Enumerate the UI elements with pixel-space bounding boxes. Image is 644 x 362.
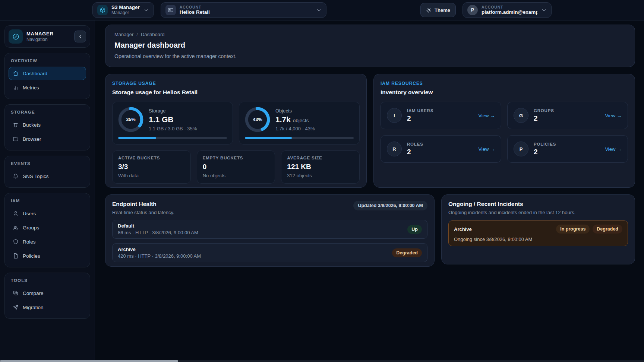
storage-percent: 35% xyxy=(118,107,143,132)
sidebar-group-label: OVERVIEW xyxy=(11,58,86,63)
gauge-tiles: 35% Storage 1.1 GB 1.1 GB / 3.0 GB · 35% xyxy=(112,102,360,145)
iam-resources-card: IAM RESOURCES Inventory overview I IAM U… xyxy=(373,74,635,188)
sidebar-title: MANAGER xyxy=(26,31,70,37)
storage-usage-card: STORAGE USAGE Storage usage for Helios R… xyxy=(105,74,367,188)
endpoint-row-archive: Archive 420 ms · HTTP · 3/8/2026, 9:00:0… xyxy=(112,243,427,262)
page-header-card: Manager / Dashboard Manager dashboard Op… xyxy=(105,25,635,67)
active-buckets-stat: ACTIVE BUCKETS 3/3 With data xyxy=(112,150,191,184)
sidebar-item-label: Migration xyxy=(23,305,44,310)
chevron-down-icon xyxy=(541,7,547,13)
view-groups-link[interactable]: View → xyxy=(605,113,622,118)
breadcrumb-manager[interactable]: Manager xyxy=(114,32,133,37)
sidebar-item-roles[interactable]: Roles xyxy=(9,235,86,248)
sidebar-item-users[interactable]: Users xyxy=(9,207,86,220)
user-icon xyxy=(13,210,19,216)
bucket-icon xyxy=(13,122,19,128)
objects-donut-chart: 43% xyxy=(245,107,270,132)
sidebar-item-metrics[interactable]: Metrics xyxy=(9,81,86,94)
sidebar-item-migration[interactable]: Migration xyxy=(9,301,86,314)
layout: MANAGER Navigation OVERVIEW Dashboard Me… xyxy=(0,20,644,362)
endpoint-row-default: Default 86 ms · HTTP · 3/8/2026, 9:00:00… xyxy=(112,220,427,239)
iam-tiles-grid: I IAM USERS 2 View → G GROUPS 2 Vi xyxy=(381,102,628,163)
account-selector[interactable]: ACCOUNT Helios Retail xyxy=(161,2,326,18)
page-subtitle: Operational overview for the active mana… xyxy=(114,53,626,59)
user-avatar: P xyxy=(467,5,478,15)
storage-donut-chart: 35% xyxy=(118,107,143,132)
sidebar-collapse-button[interactable] xyxy=(74,31,86,42)
sidebar-item-policies[interactable]: Policies xyxy=(9,249,86,263)
sidebar-item-buckets[interactable]: Buckets xyxy=(9,118,86,131)
incident-name: Archive xyxy=(454,226,472,232)
horizontal-scrollbar-thumb[interactable] xyxy=(0,360,178,362)
gauge-detail: 1.1 GB / 3.0 GB · 35% xyxy=(149,126,197,131)
view-roles-link[interactable]: View → xyxy=(478,146,495,152)
sun-icon xyxy=(426,7,432,13)
theme-toggle-button[interactable]: Theme xyxy=(420,3,456,17)
gauge-value-suffix: objects xyxy=(293,118,309,123)
sidebar: MANAGER Navigation OVERVIEW Dashboard Me… xyxy=(0,20,95,362)
user-account-label: ACCOUNT xyxy=(482,5,537,9)
folder-icon xyxy=(13,136,19,142)
groups-tile: G GROUPS 2 View → xyxy=(507,102,628,129)
sidebar-group-events: EVENTS SNS Topics xyxy=(4,156,90,188)
account-selector-label: ACCOUNT xyxy=(180,5,312,9)
storage-card-label: STORAGE USAGE xyxy=(112,81,360,86)
sidebar-group-label: STORAGE xyxy=(11,110,86,114)
sidebar-group-storage: STORAGE Buckets Browser xyxy=(4,104,90,150)
iam-tile-label: IAM USERS xyxy=(407,108,473,113)
storage-gauge-tile: 35% Storage 1.1 GB 1.1 GB / 3.0 GB · 35% xyxy=(112,102,233,145)
sidebar-group-label: EVENTS xyxy=(11,161,86,166)
app-subtitle: Manager xyxy=(111,10,140,16)
compare-icon xyxy=(13,290,19,296)
sidebar-item-label: Browser xyxy=(23,136,41,142)
sidebar-item-dashboard[interactable]: Dashboard xyxy=(9,67,86,80)
sidebar-item-label: SNS Topics xyxy=(23,174,49,179)
status-badge-degraded: Degraded xyxy=(392,248,422,257)
user-account-menu[interactable]: P ACCOUNT platform.admin@exampl... xyxy=(463,2,552,18)
compass-icon xyxy=(9,29,23,44)
theme-button-label: Theme xyxy=(435,7,450,13)
breadcrumb-dashboard[interactable]: Dashboard xyxy=(141,32,165,37)
degraded-badge: Degraded xyxy=(593,225,622,234)
users-icon xyxy=(13,225,19,231)
stat-label: AVERAGE SIZE xyxy=(287,156,354,160)
iam-tile-label: POLICIES xyxy=(534,142,600,146)
chevron-down-icon xyxy=(316,7,322,13)
policies-avatar: P xyxy=(514,142,528,156)
iam-tile-count: 2 xyxy=(534,114,600,123)
breadcrumb: Manager / Dashboard xyxy=(114,32,626,37)
iam-card-title: Inventory overview xyxy=(381,89,628,96)
app-switcher[interactable]: S3 Manager Manager xyxy=(92,2,154,18)
sidebar-item-label: Users xyxy=(23,211,36,216)
account-card-icon xyxy=(165,5,176,15)
endpoint-card-subtitle: Real-time status and latency. xyxy=(112,210,174,215)
iam-tile-count: 2 xyxy=(407,114,473,123)
sidebar-item-compare[interactable]: Compare xyxy=(9,286,86,300)
sidebar-item-sns-topics[interactable]: SNS Topics xyxy=(9,169,86,183)
objects-percent: 43% xyxy=(245,107,270,132)
objects-gauge-tile: 43% Objects 1.7k objects 1.7k / 4,000 · … xyxy=(239,102,360,145)
stat-label: ACTIVE BUCKETS xyxy=(118,156,185,160)
incidents-card-subtitle: Ongoing incidents and incidents ended in… xyxy=(448,210,628,215)
chevron-left-icon xyxy=(78,34,83,39)
endpoint-health-card: Endpoint Health Real-time status and lat… xyxy=(105,194,435,267)
shield-icon xyxy=(13,239,19,245)
groups-avatar: G xyxy=(514,108,528,123)
gauge-name: Objects xyxy=(275,108,315,114)
sidebar-item-groups[interactable]: Groups xyxy=(9,221,86,234)
view-policies-link[interactable]: View → xyxy=(605,146,622,152)
endpoint-name: Default xyxy=(118,223,198,229)
horizontal-scrollbar xyxy=(0,360,644,362)
incidents-card: Ongoing / Recent Incidents Ongoing incid… xyxy=(441,194,635,264)
gauge-name: Storage xyxy=(149,108,197,114)
sidebar-item-browser[interactable]: Browser xyxy=(9,132,86,146)
stat-detail: No objects xyxy=(203,173,269,178)
stat-label: EMPTY BUCKETS xyxy=(203,156,269,160)
sidebar-group-label: IAM xyxy=(11,199,86,203)
home-icon xyxy=(13,70,19,76)
document-icon xyxy=(13,253,19,259)
view-iam-users-link[interactable]: View → xyxy=(478,113,495,118)
status-badge-up: Up xyxy=(407,225,422,234)
top-bar: S3 Manager Manager ACCOUNT Helios Retail… xyxy=(0,0,644,20)
iam-tile-label: GROUPS xyxy=(534,108,600,113)
